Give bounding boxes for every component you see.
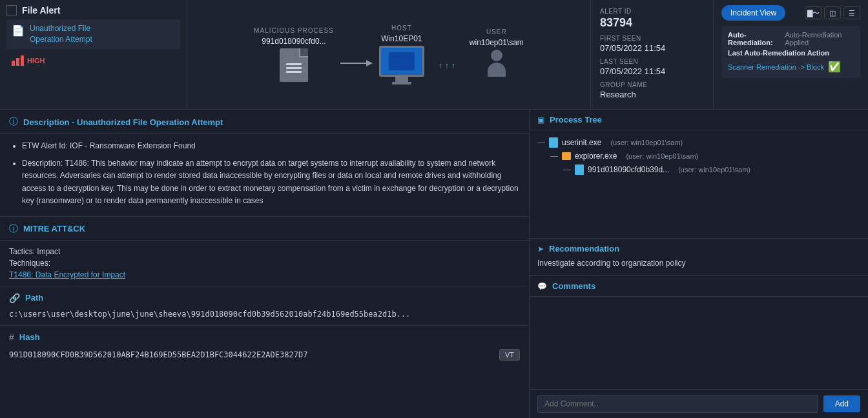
last-auto-label: Last Auto-Remediation Action [728,49,854,57]
checkbox-icon[interactable] [6,5,17,15]
severity-bars [12,55,24,66]
rec-title: Recommendation [549,244,619,254]
monitor-icon [379,46,424,85]
incident-header-row: Incident View ▇〜 ◫ ☰ [721,5,860,21]
monitor-screen [379,46,424,77]
description-title: Description - Unauthorized File Operatio… [23,117,223,127]
add-comment-button[interactable]: Add [823,395,860,412]
first-seen-label: FIRST SEEN [600,35,704,42]
monitor-stand [395,77,408,82]
check-icon: ✅ [828,61,841,73]
folder-icon-2 [562,152,571,160]
tree-dash-2: — [550,152,558,161]
list-icon[interactable]: ☰ [843,6,860,19]
tree-exe-2: explorer.exe [575,152,617,161]
rec-icon: ➤ [537,244,544,254]
high-severity-badge: HIGH [6,53,180,68]
path-value: c:\users\user\desktop\june\june\sheeva\9… [0,307,529,325]
top-bar: File Alert 📄 Unauthorized File Operation… [0,0,868,110]
waveform-icon[interactable]: ▇〜 [805,6,822,19]
comments-icon: 💬 [537,282,547,291]
auto-remediation-row: Auto-Remediation: Auto-Remediation Appli… [728,31,854,46]
info-icon: ⓘ [9,116,18,128]
malicious-process-label: MALICIOUS PROCESS [254,27,334,34]
auto-remediation-label: Auto-Remediation: [728,31,781,46]
user-body [488,63,506,77]
file-alert-header: File Alert [6,5,180,15]
remediation-block: Auto-Remediation: Auto-Remediation Appli… [721,26,860,78]
comments-header: 💬 Comments [530,276,868,297]
description-item-2: Description: T1486: This behavior may in… [22,157,520,207]
tree-header: ▣ Process Tree [530,110,868,130]
svg-marker-1 [366,60,373,66]
rec-header: ➤ Recommendation [530,239,868,256]
arrow-up-3: ↑ [451,61,455,70]
tree-dash-3: — [563,165,571,174]
tree-item-3: — 991d018090cfd0b39d... (user: win10ep01… [563,163,860,177]
document-icon: 📄 [12,25,25,37]
rec-body: Investigate according to organization po… [530,256,868,270]
last-seen-label: LAST SEEN [600,58,704,65]
incident-panel: Incident View ▇〜 ◫ ☰ Auto-Remediation: A… [714,0,868,109]
alert-id-value: 83794 [600,16,704,30]
hash-value: 991D018090CFD0B39D562010ABF24B169ED55BEA… [9,350,307,359]
tree-user-3: (user: win10ep01\sam) [678,166,750,174]
first-seen-value: 07/05/2022 11:54 [600,43,704,53]
tree-item-2: — explorer.exe (user: win10ep01\sam) [550,150,860,163]
mitre-title: MITRE ATT&CK [23,224,85,234]
main-content: ⓘ Description - Unauthorized File Operat… [0,110,868,418]
tree-item-1: — userinit.exe (user: win10ep01\sam) [537,135,860,150]
tactics-line: Tactics: Impact [9,247,520,256]
description-item-1: ETW Alert Id: IOF - Ransomware Extension… [22,140,520,152]
vt-button[interactable]: VT [499,349,520,361]
comment-input[interactable] [537,395,818,413]
technique-link[interactable]: T1486: Data Encrypted for Impact [9,270,125,279]
techniques-label: Techniques: [9,259,520,268]
arrow-up-1: ↑ [439,61,442,70]
top-right-panel: ALERT ID 83794 FIRST SEEN 07/05/2022 11:… [590,0,868,109]
group-name-value: Research [600,90,704,99]
path-section: 🔗 Path c:\users\user\desktop\june\june\s… [0,286,529,325]
left-panel: ⓘ Description - Unauthorized File Operat… [0,110,530,418]
mitre-body: Tactics: Impact Techniques: T1486: Data … [0,241,529,286]
process-flow: MALICIOUS PROCESS 991d018090cfd0... HOST… [187,0,590,109]
doc-icon [280,48,308,82]
doc-lines [286,58,302,73]
comments-title: Comments [552,281,595,291]
high-label: HIGH [27,57,45,65]
incident-view-button[interactable]: Incident View [721,5,785,21]
top-left-panel: File Alert 📄 Unauthorized File Operation… [0,0,187,109]
monitor-inner [389,52,415,70]
tree-exe-3: 991d018090cfd0b39d... [588,165,669,174]
arrow-up-2: ↑ [445,61,449,70]
description-list: ETW Alert Id: IOF - Ransomware Extension… [9,140,520,207]
recommendation-section: ➤ Recommendation Investigate according t… [530,239,868,276]
alert-id-label: ALERT ID [600,8,704,15]
alert-metadata: ALERT ID 83794 FIRST SEEN 07/05/2022 11:… [591,0,714,109]
user-label: USER [486,28,507,35]
file-alert-title-text: File Alert [22,5,60,15]
user-value: win10ep01\sam [470,38,524,47]
last-seen-group: LAST SEEN 07/05/2022 11:54 [600,58,704,76]
tree-user-1: (user: win10ep01\sam) [610,139,683,146]
alert-item[interactable]: 📄 Unauthorized File Operation Attempt [6,19,180,49]
host-label: HOST [391,25,412,32]
user-avatar-icon [484,50,510,81]
first-seen-group: FIRST SEEN 07/05/2022 11:54 [600,35,704,53]
comments-input-row: Add [530,389,868,418]
comments-section: 💬 Comments Add [530,276,868,418]
tree-user-2: (user: win10ep01\sam) [626,152,698,160]
monitor-base [392,82,411,85]
file-icon-3 [575,164,584,175]
mitre-section: ⓘ MITRE ATT&CK Tactics: Impact Technique… [0,216,529,286]
mitre-icon: ⓘ [9,223,18,235]
group-name-group: GROUP NAME Research [600,81,704,99]
group-name-label: GROUP NAME [600,81,704,88]
scanner-remediation-link[interactable]: Scanner Remediation -> Block [728,63,824,71]
grid-icon[interactable]: ◫ [824,6,841,19]
path-icon: 🔗 [9,293,20,303]
comments-body [530,297,868,389]
hash-title: Hash [19,332,40,342]
description-header: ⓘ Description - Unauthorized File Operat… [0,110,529,134]
malicious-process-node: MALICIOUS PROCESS 991d018090cfd0... [254,27,334,82]
